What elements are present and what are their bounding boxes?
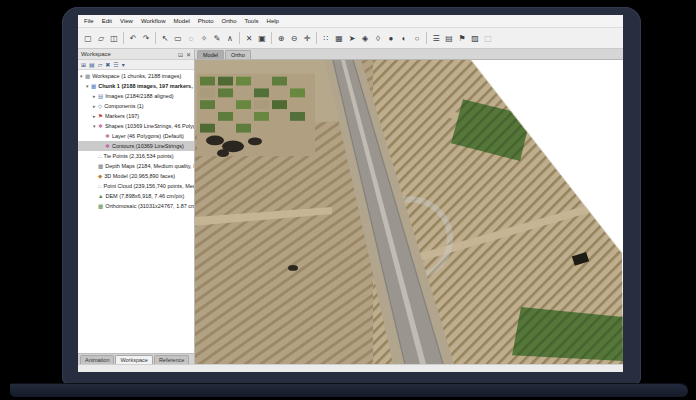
chunk-icon: ▦: [91, 83, 96, 89]
menu-photo[interactable]: Photo: [198, 18, 214, 24]
depth-maps-icon: ▩: [98, 163, 103, 169]
float-panel-icon[interactable]: ⊡: [178, 51, 183, 58]
tree-item-3d-model[interactable]: ◆ 3D Model (20,965,890 faces): [78, 171, 194, 181]
menu-tools[interactable]: Tools: [245, 18, 259, 24]
toolbar-separator: [155, 32, 156, 44]
tree-item-label: DEM (7,898x6,918, 7.46 cm/pix): [105, 193, 184, 199]
tree-item-label: Contours (10369 LineStrings): [112, 143, 184, 149]
tree-item-dem[interactable]: ▲ DEM (7,898x6,918, 7.46 cm/pix): [78, 191, 194, 201]
viewport-tab-bar: Model Ortho: [195, 49, 623, 60]
tab-ortho-view[interactable]: Ortho: [225, 50, 251, 59]
pan-icon[interactable]: ✛: [301, 31, 313, 45]
tree-item-label: Markers (197): [105, 113, 139, 119]
tree-item-point-cloud[interactable]: ∷ Point Cloud (239,156,740 points, Mediu…: [78, 181, 194, 191]
workspace-toolbar: ⊞ ▤ ▱ ✖ ☰ ▾: [78, 60, 194, 70]
model-mesh-icon: ◆: [98, 173, 102, 179]
toolbar-separator: [426, 32, 427, 44]
dem-icon: ▲: [98, 193, 103, 199]
add-chunk-icon[interactable]: ⊞: [81, 61, 86, 68]
menu-view[interactable]: View: [120, 18, 133, 24]
remove-item-icon[interactable]: ✖: [105, 61, 110, 68]
tree-item-label: Components (1): [104, 103, 143, 109]
tree-item-label: Orthomosaic (31031x24767, 1.87 cm/pix): [105, 203, 194, 209]
add-photos-icon[interactable]: ▤: [89, 61, 95, 68]
rectangle-selection-icon[interactable]: ▭: [172, 31, 184, 45]
tree-item-shapes[interactable]: ▾ ❖ Shapes (10369 LineStrings, 46 Polygo…: [78, 121, 194, 131]
tree-item-markers[interactable]: ▸ ⚑ Markers (197): [78, 111, 194, 121]
select-cursor-icon[interactable]: ↖: [159, 31, 171, 45]
tab-model-view[interactable]: Model: [197, 50, 224, 59]
menu-bar: File Edit View Workflow Model Photo Orth…: [78, 15, 623, 28]
tree-item-workspace[interactable]: ▾ ▦ Workspace (1 chunks, 2188 images): [78, 71, 194, 81]
lasso-selection-icon[interactable]: ◌: [185, 31, 197, 45]
menu-ortho[interactable]: Ortho: [222, 18, 237, 24]
toolbar-separator: [316, 32, 317, 44]
tree-item-layer[interactable]: ❖ Layer (46 Polygons) (Default): [78, 131, 194, 141]
settings-icon[interactable]: ☰: [113, 61, 118, 68]
filter-icon[interactable]: ▾: [122, 61, 125, 68]
menu-workflow[interactable]: Workflow: [141, 18, 166, 24]
model-shaded-icon[interactable]: ●: [385, 31, 397, 45]
add-folder-icon[interactable]: ▱: [98, 61, 103, 68]
shape-layer-icon: ❖: [105, 133, 110, 139]
redo-icon[interactable]: ↷: [140, 31, 152, 45]
tree-item-chunk[interactable]: ▾ ▦ Chunk 1 (2188 images, 197 markers, 2…: [78, 81, 194, 91]
toolbar-separator: [239, 32, 240, 44]
close-panel-icon[interactable]: ✕: [186, 51, 191, 58]
tree-item-images[interactable]: ▸ ▤ Images (2184/2188 aligned): [78, 91, 194, 101]
draw-polygon-icon[interactable]: ∧: [224, 31, 236, 45]
workspace-panel: Workspace ⊡ ✕ ⊞ ▤ ▱ ✖ ☰ ▾ ▾ ▦ Worksp: [78, 49, 195, 364]
navigation-icon[interactable]: ➤: [346, 31, 358, 45]
tree-item-contours[interactable]: ❖ Contours (10369 LineStrings): [78, 141, 194, 151]
tab-animation[interactable]: Animation: [80, 355, 114, 364]
tree-item-orthomosaic[interactable]: ▦ Orthomosaic (31031x24767, 1.87 cm/pix): [78, 201, 194, 211]
model-wireframe-icon[interactable]: ○: [411, 31, 423, 45]
settings-lines-icon[interactable]: ☰: [430, 31, 442, 45]
inactive-doc-icon: ▢: [482, 31, 494, 45]
menu-model[interactable]: Model: [173, 18, 189, 24]
status-bar: [78, 364, 623, 372]
eraser-icon[interactable]: ◊: [372, 31, 384, 45]
save-icon[interactable]: ◫: [108, 31, 120, 45]
components-icon: ◇: [98, 103, 102, 109]
tree-item-depth-maps[interactable]: ▩ Depth Maps (2184, Medium quality, Mode…: [78, 161, 194, 171]
cameras-icon: ▤: [98, 93, 103, 99]
show-cameras-icon[interactable]: ▤: [443, 31, 455, 45]
zoom-out-icon[interactable]: ⊖: [288, 31, 300, 45]
delete-icon[interactable]: ✕: [243, 31, 255, 45]
workspace-panel-title: Workspace: [81, 51, 175, 57]
workspace-tree: ▾ ▦ Workspace (1 chunks, 2188 images) ▾ …: [78, 70, 194, 353]
draw-polyline-icon[interactable]: ✎: [211, 31, 223, 45]
open-folder-icon[interactable]: ▱: [95, 31, 107, 45]
shapes-icon: ❖: [98, 123, 103, 129]
tree-item-label: Point Cloud (239,156,740 points, Medium …: [104, 183, 195, 189]
dense-cloud-view-icon[interactable]: ▦: [333, 31, 345, 45]
tab-workspace[interactable]: Workspace: [115, 355, 152, 364]
markers-flag-icon: ⚑: [98, 113, 103, 119]
rotate-object-icon[interactable]: ◈: [359, 31, 371, 45]
menu-file[interactable]: File: [84, 18, 94, 24]
tree-item-label: Layer (46 Polygons) (Default): [112, 133, 184, 139]
workspace-panel-header: Workspace ⊡ ✕: [78, 49, 194, 60]
toolbar-separator: [123, 32, 124, 44]
tab-reference[interactable]: Reference: [154, 355, 189, 364]
magic-wand-icon[interactable]: ✧: [198, 31, 210, 45]
point-cloud-view-icon[interactable]: ∷: [320, 31, 332, 45]
orthophoto-icon[interactable]: ▨: [469, 31, 481, 45]
model-canvas[interactable]: [195, 60, 623, 364]
tie-points-icon: ∴: [98, 153, 102, 159]
model-solid-icon[interactable]: ◐: [398, 31, 410, 45]
tree-item-tie-points[interactable]: ∴ Tie Points (2,316,534 points): [78, 151, 194, 161]
new-document-icon[interactable]: ▢: [82, 31, 94, 45]
tree-item-components[interactable]: ▸ ◇ Components (1): [78, 101, 194, 111]
crop-icon[interactable]: ▣: [256, 31, 268, 45]
tree-item-label: 3D Model (20,965,890 faces): [104, 173, 175, 179]
menu-help[interactable]: Help: [267, 18, 279, 24]
show-markers-flag-icon[interactable]: ⚑: [456, 31, 468, 45]
menu-edit[interactable]: Edit: [102, 18, 112, 24]
undo-icon[interactable]: ↶: [127, 31, 139, 45]
model-viewport: Model Ortho: [195, 49, 623, 364]
tree-item-label: Chunk 1 (2188 images, 197 markers, 2,316…: [98, 83, 194, 89]
point-cloud-icon: ∷: [98, 183, 102, 189]
zoom-in-icon[interactable]: ⊕: [275, 31, 287, 45]
